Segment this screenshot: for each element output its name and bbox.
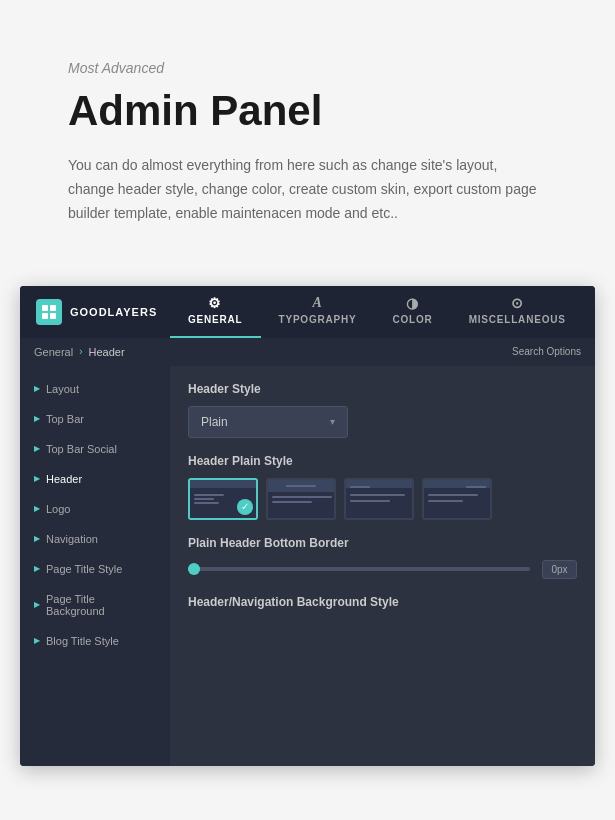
sidebar-item-topbar[interactable]: ▶ Top Bar [20,404,170,434]
hero-description: You can do almost everything from here s… [68,154,547,225]
dropdown-value: Plain [201,415,228,429]
sidebar-label-layout: Layout [46,383,79,395]
mock-line [272,501,312,503]
sidebar-item-page-title-style[interactable]: ▶ Page Title Style [20,554,170,584]
admin-panel-preview: GOODLAYERS ⚙ GENERAL A TYPOGRAPHY ◑ COLO… [20,286,595,766]
mock-line [194,502,219,504]
mock-line [428,500,463,502]
style-option-4[interactable] [422,478,492,520]
sidebar-label-navigation: Navigation [46,533,98,545]
sidebar-label-topbar-social: Top Bar Social [46,443,117,455]
svg-rect-0 [42,305,48,311]
sidebar-item-blog-title-style[interactable]: ▶ Blog Title Style [20,626,170,656]
tab-miscellaneous[interactable]: ⊙ MISCELLANEOUS [451,286,584,338]
misc-icon: ⊙ [511,296,524,310]
typography-icon: A [312,296,322,310]
style-option-3[interactable] [344,478,414,520]
slider-track[interactable] [188,567,530,571]
arrow-icon: ▶ [34,600,40,609]
tab-general-label: GENERAL [188,314,243,325]
hero-subtitle: Most Advanced [68,60,547,76]
mock-line [466,486,486,488]
sidebar-label-header: Header [46,473,82,485]
breadcrumb: General › Header [34,346,125,358]
panel-main: ▶ Layout ▶ Top Bar ▶ Top Bar Social ▶ He… [20,366,595,766]
sidebar-item-header[interactable]: ▶ Header [20,464,170,494]
slider-value: 0px [542,560,577,579]
arrow-icon: ▶ [34,384,40,393]
svg-rect-3 [50,313,56,319]
header-style-label: Header Style [188,382,577,396]
slider-thumb[interactable] [188,563,200,575]
tab-color[interactable]: ◑ COLOR [375,286,451,338]
sidebar-label-logo: Logo [46,503,70,515]
style-option-inner-4 [424,480,490,518]
logo-svg [41,304,57,320]
chevron-down-icon: ▾ [330,416,335,427]
logo-text: GOODLAYERS [70,306,157,318]
svg-rect-2 [42,313,48,319]
panel-header: GOODLAYERS ⚙ GENERAL A TYPOGRAPHY ◑ COLO… [20,286,595,338]
panel-logo: GOODLAYERS [20,286,170,338]
sidebar-item-page-title-bg[interactable]: ▶ Page Title Background [20,584,170,626]
color-icon: ◑ [406,296,419,310]
breadcrumb-bar: General › Header Search Options [20,338,595,366]
style-option-1[interactable]: ✓ [188,478,258,520]
style-option-inner-2 [268,480,334,518]
sidebar-label-page-title-style: Page Title Style [46,563,122,575]
mock-line [350,494,405,496]
hero-title: Admin Panel [68,88,547,134]
style-option-inner-1: ✓ [190,480,256,518]
tab-misc-label: MISCELLANEOUS [469,314,566,325]
logo-icon [36,299,62,325]
style-option-2[interactable] [266,478,336,520]
tab-general[interactable]: ⚙ GENERAL [170,286,261,338]
mock-line [428,494,478,496]
tab-typography-label: TYPOGRAPHY [279,314,357,325]
mock-line [194,498,214,500]
general-icon: ⚙ [208,296,222,310]
hero-section: Most Advanced Admin Panel You can do alm… [0,0,615,256]
bg-style-label: Header/Navigation Background Style [188,595,577,609]
arrow-icon: ▶ [34,414,40,423]
svg-rect-1 [50,305,56,311]
mock-line [350,486,370,488]
arrow-icon: ▶ [34,444,40,453]
search-options-button[interactable]: Search Options [512,346,581,357]
header-style-dropdown[interactable]: Plain ▾ [188,406,348,438]
mock-line [286,485,316,487]
panel-tabs: ⚙ GENERAL A TYPOGRAPHY ◑ COLOR ⊙ MISCELL… [170,286,595,338]
sidebar-item-topbar-social[interactable]: ▶ Top Bar Social [20,434,170,464]
sidebar-item-logo[interactable]: ▶ Logo [20,494,170,524]
panel-sidebar: ▶ Layout ▶ Top Bar ▶ Top Bar Social ▶ He… [20,366,170,766]
tab-color-label: COLOR [393,314,433,325]
sidebar-item-layout[interactable]: ▶ Layout [20,374,170,404]
header-plain-style-label: Header Plain Style [188,454,577,468]
arrow-icon: ▶ [34,636,40,645]
slider-row: 0px [188,560,577,579]
sidebar-label-blog-title-style: Blog Title Style [46,635,119,647]
style-option-inner-3 [346,480,412,518]
sidebar-label-topbar: Top Bar [46,413,84,425]
selected-check-icon: ✓ [237,499,253,515]
arrow-icon: ▶ [34,504,40,513]
mock-bar [190,480,256,488]
breadcrumb-root: General [34,346,73,358]
mock-line [350,500,390,502]
breadcrumb-separator: › [79,346,82,357]
sidebar-item-navigation[interactable]: ▶ Navigation [20,524,170,554]
breadcrumb-current: Header [88,346,124,358]
tab-typography[interactable]: A TYPOGRAPHY [261,286,375,338]
sidebar-label-page-title-bg: Page Title Background [46,593,156,617]
mock-line [272,496,332,498]
arrow-icon: ▶ [34,564,40,573]
arrow-icon: ▶ [34,534,40,543]
panel-content: Header Style Plain ▾ Header Plain Style … [170,366,595,766]
border-label: Plain Header Bottom Border [188,536,577,550]
arrow-icon: ▶ [34,474,40,483]
mock-line [194,494,224,496]
style-options-group: ✓ [188,478,577,520]
